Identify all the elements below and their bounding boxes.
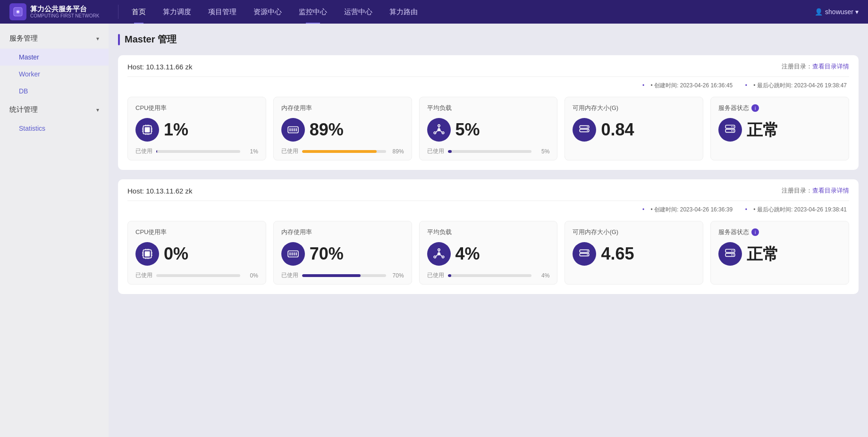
reg-link-anchor-0[interactable]: 查看目录详情	[812, 63, 849, 70]
stat-number-1-0: 0%	[164, 245, 188, 262]
svg-rect-20	[294, 128, 295, 132]
svg-rect-55	[292, 252, 293, 256]
stat-bar-row-1-2: 已使用 4%	[427, 271, 550, 279]
server-card-0: Host: 10.13.11.66 zk 注册目录：查看目录详情 • • 创建时…	[118, 55, 859, 170]
main-content: Master 管理 Host: 10.13.11.66 zk 注册目录：查看目录…	[109, 24, 868, 437]
svg-point-25	[442, 132, 444, 134]
stat-title-1-1: 内存使用率	[281, 228, 404, 236]
sidebar-group-service[interactable]: 服务管理 ▾	[0, 28, 109, 49]
stat-bar-fill-1-2	[448, 274, 451, 277]
stat-card-0-0: CPU使用率 1% 已使用 1%	[127, 97, 266, 160]
info-icon-1-4[interactable]: i	[751, 228, 759, 236]
svg-rect-19	[292, 128, 293, 132]
stat-number-0-2: 5%	[455, 121, 480, 138]
stat-bar-row-1-1: 已使用 70%	[281, 271, 404, 279]
page-header: Master 管理	[118, 33, 859, 46]
stat-card-1-3: 可用内存大小(G) 4.65	[565, 221, 703, 285]
sidebar-group-stats[interactable]: 统计管理 ▾	[0, 100, 109, 120]
svg-point-61	[442, 256, 444, 258]
nav-item-project[interactable]: 项目管理	[200, 0, 245, 24]
server-card-header-1: Host: 10.13.11.62 zk 注册目录：查看目录详情	[127, 186, 849, 201]
stat-number-1-3: 4.65	[601, 245, 634, 262]
page-title: Master 管理	[125, 33, 177, 46]
stat-value-row-1-2: 4%	[427, 242, 550, 266]
user-menu[interactable]: 👤 showuser ▾	[815, 8, 859, 16]
nav-item-compute[interactable]: 算力调度	[154, 0, 200, 24]
stats-grid: CPU使用率 0% 已使用 0%	[127, 221, 849, 285]
nav-item-resource[interactable]: 资源中心	[245, 0, 290, 24]
svg-point-72	[733, 254, 734, 255]
stat-title-1-3: 可用内存大小(G)	[573, 228, 695, 236]
page-header-bar	[118, 34, 120, 45]
info-icon-0-4[interactable]: i	[751, 104, 759, 112]
stat-value-row-1-1: 70%	[281, 242, 404, 266]
sidebar-group-stats-chevron: ▾	[96, 107, 99, 113]
stat-value-row-0-1: 89%	[281, 118, 404, 142]
stat-card-1-2: 平均负载 4% 已使用 4%	[419, 221, 558, 285]
stat-number-1-1: 70%	[310, 245, 344, 262]
stat-bar-track-1-0	[156, 274, 240, 277]
sidebar: 服务管理 ▾ Master Worker DB 统计管理 ▾ Statistic…	[0, 24, 109, 437]
stat-icon-circle-0-2	[427, 118, 451, 142]
stat-bar-fill-1-1	[302, 274, 361, 277]
stat-bar-row-1-0: 已使用 0%	[135, 271, 258, 279]
reg-link-0: 注册目录：查看目录详情	[782, 62, 849, 71]
nav-item-route[interactable]: 算力路由	[381, 0, 426, 24]
sidebar-item-worker[interactable]: Worker	[0, 66, 109, 83]
username: showuser	[825, 8, 853, 16]
stat-icon-circle-1-1	[281, 242, 305, 266]
stat-bar-track-0-1	[302, 150, 386, 153]
svg-point-35	[733, 126, 734, 127]
sidebar-group-stats-label: 统计管理	[9, 105, 38, 114]
stat-value-row-0-2: 5%	[427, 118, 550, 142]
logo-text: 算力公共服务平台 COMPUTING FIRST NETWORK	[30, 5, 99, 19]
svg-point-74	[731, 254, 732, 255]
stat-icon-circle-1-2	[427, 242, 451, 266]
stat-bar-fill-0-2	[448, 150, 452, 153]
stat-icon-circle-0-0	[135, 118, 159, 142]
svg-rect-4	[145, 127, 150, 133]
stat-number-1-4: 正常	[747, 246, 779, 262]
svg-line-63	[436, 255, 438, 257]
stat-card-1-1: 内存使用率 70% 已使用 70%	[273, 221, 412, 285]
stat-title-0-0: CPU使用率	[135, 104, 258, 112]
user-dropdown-icon: ▾	[855, 8, 859, 16]
sidebar-item-statistics[interactable]: Statistics	[0, 120, 109, 137]
svg-rect-18	[289, 128, 290, 132]
nav-divider	[118, 5, 118, 19]
svg-point-32	[587, 130, 588, 131]
svg-rect-21	[295, 128, 296, 132]
sidebar-item-db[interactable]: DB	[0, 83, 109, 100]
host-label-1: Host: 10.13.11.62 zk	[127, 187, 193, 195]
sidebar-item-master[interactable]: Master	[0, 49, 109, 66]
nav-item-monitor[interactable]: 监控中心	[290, 0, 336, 24]
stat-card-0-1: 内存使用率 89% 已使用 89%	[273, 97, 412, 160]
stat-bar-track-1-1	[302, 274, 386, 277]
svg-point-59	[438, 249, 439, 251]
svg-point-24	[434, 132, 436, 134]
svg-point-23	[438, 125, 439, 126]
stat-value-row-0-0: 1%	[135, 118, 258, 142]
nav-item-home[interactable]: 首页	[123, 0, 154, 24]
stat-value-row-1-4: 正常	[718, 242, 841, 266]
stat-icon-circle-0-3	[573, 118, 596, 142]
reg-link-anchor-1[interactable]: 查看目录详情	[812, 187, 849, 194]
logo-icon	[9, 3, 26, 20]
svg-line-27	[436, 131, 438, 133]
stat-icon-circle-0-4	[718, 118, 742, 142]
stat-number-0-4: 正常	[747, 122, 779, 138]
stat-number-1-2: 4%	[455, 245, 480, 262]
stat-title-1-2: 平均负载	[427, 228, 550, 236]
stat-icon-circle-0-1	[281, 118, 305, 142]
stat-bar-fill-0-1	[302, 150, 377, 153]
stat-value-row-0-3: 0.84	[573, 118, 695, 142]
svg-point-60	[434, 256, 436, 258]
host-label-0: Host: 10.13.11.66 zk	[127, 63, 193, 71]
user-icon: 👤	[815, 8, 823, 16]
nav-item-ops[interactable]: 运营中心	[336, 0, 381, 24]
stat-bar-row-0-2: 已使用 5%	[427, 147, 550, 155]
stat-title-0-3: 可用内存大小(G)	[573, 104, 695, 112]
stat-title-0-2: 平均负载	[427, 104, 550, 112]
svg-point-68	[587, 254, 588, 255]
stat-number-0-0: 1%	[164, 121, 188, 138]
